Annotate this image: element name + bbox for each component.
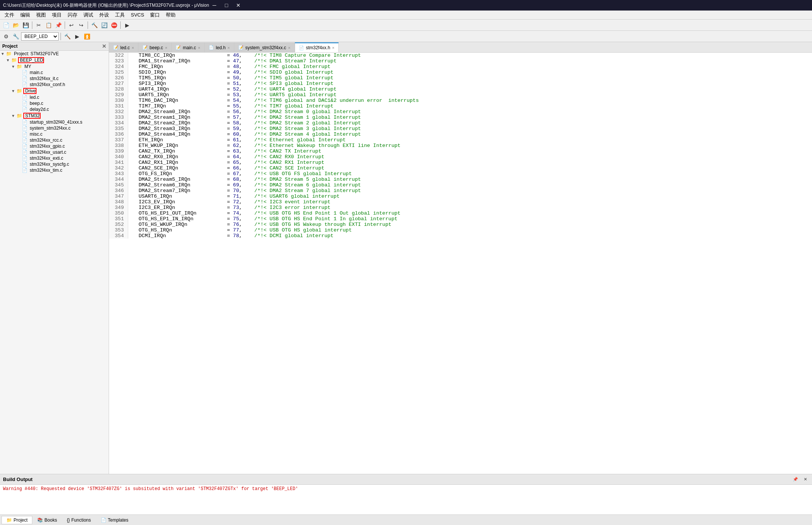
sidebar-item-8[interactable]: 📄beep.c: [0, 100, 109, 106]
tab-led_c[interactable]: 📝led.c×: [109, 42, 138, 52]
menu-item-闪存[interactable]: 闪存: [65, 11, 80, 19]
file-icon: 📄: [22, 95, 27, 100]
menu-item-外设[interactable]: 外设: [96, 11, 112, 19]
tab-close-0[interactable]: ×: [132, 45, 134, 50]
sidebar-close-button[interactable]: ✕: [102, 43, 106, 49]
table-row: 350 OTG_HS_EP1_OUT_IRQn = 74, /*!< USB O…: [109, 210, 812, 216]
paste-button[interactable]: 📌: [54, 21, 63, 30]
line-number: 329: [109, 92, 128, 98]
rebuild-button[interactable]: 🔄: [100, 21, 109, 30]
sidebar-item-4[interactable]: 📄stm32f4xx_it.c: [0, 76, 109, 82]
separator2: [65, 21, 65, 29]
sidebar-item-9[interactable]: 📄delay2d.c: [0, 106, 109, 112]
code-table: 322 TIM8_CC_IRQn = 46, /*!< TIM8 Capture…: [109, 53, 812, 239]
build-all-button[interactable]: ▶: [73, 32, 82, 41]
sidebar-item-17[interactable]: 📄stm32f4xx_exti.c: [0, 155, 109, 161]
tab-close-5[interactable]: ×: [332, 45, 334, 50]
build-output-close[interactable]: ✕: [801, 476, 809, 483]
tab-close-2[interactable]: ×: [198, 45, 200, 50]
code-content: DMA2_Stream3_IRQn = 59, /*!< DMA2 Stream…: [128, 126, 812, 132]
folder-icon: 📁: [17, 113, 22, 118]
bottom-tab-functions[interactable]: {} Functions: [62, 516, 96, 524]
line-number: 343: [109, 171, 128, 177]
tab-label-4: system_stm32f4xx.c: [245, 45, 286, 50]
sidebar-label-13: misc.c: [30, 132, 42, 137]
tab-close-3[interactable]: ×: [227, 45, 230, 50]
compile-button[interactable]: 🔨: [63, 32, 72, 41]
sidebar-item-19[interactable]: 📄stm32f4xx_tim.c: [0, 167, 109, 173]
undo-button[interactable]: ↩: [67, 21, 76, 30]
options-button[interactable]: 🔧: [11, 32, 20, 41]
table-row: 328 UART4_IRQn = 52, /*!< UART4 global I…: [109, 86, 812, 92]
table-row: 349 I2C3_ER_IRQn = 73, /*!< I2C3 error i…: [109, 205, 812, 210]
sidebar-item-6[interactable]: ▾📁Drive: [0, 88, 109, 94]
tab-close-1[interactable]: ×: [165, 45, 167, 50]
folder-icon: 📁: [6, 51, 12, 56]
sidebar-item-3[interactable]: 📄main.c: [0, 70, 109, 76]
stop-button[interactable]: ⛔: [109, 21, 118, 30]
sidebar-item-7[interactable]: 📄led.c: [0, 94, 109, 100]
line-number: 325: [109, 70, 128, 75]
table-row: 330 TIM6_DAC_IRQn = 54, /*!< TIM6 global…: [109, 98, 812, 103]
sidebar-item-5[interactable]: 📄stm32f4xx_conf.h: [0, 82, 109, 88]
sidebar-item-2[interactable]: ▾📁MY: [0, 64, 109, 70]
line-number: 334: [109, 120, 128, 126]
project-settings-button[interactable]: ⚙: [2, 32, 11, 41]
sidebar-item-0[interactable]: ▾📁Project: STM32F07VE: [0, 51, 109, 57]
sidebar-item-1[interactable]: ▾📁BEEP_LED: [0, 57, 109, 64]
menu-item-视图[interactable]: 视图: [33, 11, 49, 19]
sidebar-item-13[interactable]: 📄misc.c: [0, 131, 109, 137]
code-area[interactable]: 322 TIM8_CC_IRQn = 46, /*!< TIM8 Capture…: [109, 53, 812, 474]
tab-icon-3: 📄: [209, 45, 214, 50]
sidebar-item-11[interactable]: 📄startup_stm32f40_41xxx.s: [0, 119, 109, 125]
table-row: 326 TIM5_IRQn = 50, /*!< TIM5 global Int…: [109, 75, 812, 81]
tab-stm32f4xx_h[interactable]: 📄stm32f4xx.h×: [295, 42, 339, 52]
save-button[interactable]: 💾: [21, 21, 30, 30]
menu-item-帮助[interactable]: 帮助: [163, 11, 179, 19]
batch-build-button[interactable]: ⏫: [82, 32, 91, 41]
sidebar: Project ✕ ▾📁Project: STM32F07VE▾📁BEEP_LE…: [0, 42, 109, 474]
debug-button[interactable]: ▶: [123, 21, 132, 30]
sidebar-item-16[interactable]: 📄stm32f4xx_usart.c: [0, 149, 109, 155]
bottom-tab-books[interactable]: 📚 Books: [32, 516, 62, 524]
file-icon: 📄: [22, 156, 27, 161]
tab-close-4[interactable]: ×: [288, 45, 290, 50]
tab-system_stm32f4xx_c[interactable]: 📝system_stm32f4xx.c×: [234, 42, 295, 52]
build-output-pin[interactable]: 📌: [792, 476, 799, 483]
redo-button[interactable]: ↪: [77, 21, 86, 30]
menu-item-工具[interactable]: 工具: [112, 11, 128, 19]
maximize-button[interactable]: □: [221, 2, 232, 9]
bottom-tab-templates[interactable]: 📄 Templates: [96, 516, 133, 524]
code-content: DCMI_IRQn = 78, /*!< DCMI global interru…: [128, 233, 812, 239]
code-content: DMA1_Stream7_IRQn = 47, /*!< DMA1 Stream…: [128, 58, 812, 64]
sidebar-item-15[interactable]: 📄stm32f4xx_gpio.c: [0, 143, 109, 149]
cut-button[interactable]: ✂: [34, 21, 43, 30]
sidebar-item-14[interactable]: 📄stm32f4xx_rcc.c: [0, 137, 109, 143]
new-file-button[interactable]: 📄: [2, 21, 11, 30]
build-button[interactable]: 🔨: [90, 21, 99, 30]
minimize-button[interactable]: ─: [209, 2, 220, 9]
menu-item-窗口[interactable]: 窗口: [147, 11, 163, 19]
menu-item-调试[interactable]: 调试: [80, 11, 96, 19]
table-row: 324 FMC_IRQn = 48, /*!< FMC global Inter…: [109, 64, 812, 70]
sidebar-label-6: Drive: [25, 88, 36, 94]
menu-item-文件[interactable]: 文件: [2, 11, 17, 19]
copy-button[interactable]: 📋: [44, 21, 53, 30]
tab-beep_c[interactable]: 📝beep.c×: [138, 42, 171, 52]
menu-item-项目[interactable]: 项目: [49, 11, 65, 19]
tab-led_h[interactable]: 📄led.h×: [205, 42, 234, 52]
file-icon: 📄: [22, 150, 27, 155]
tab-label-5: stm32f4xx.h: [306, 45, 330, 50]
tab-main_c[interactable]: 📝main.c×: [171, 42, 205, 52]
close-button[interactable]: ✕: [233, 2, 244, 9]
menu-item-编辑[interactable]: 编辑: [17, 11, 33, 19]
bottom-tab-project[interactable]: 📁 Project: [2, 516, 32, 524]
sidebar-item-10[interactable]: ▾📁STM32: [0, 112, 109, 119]
sidebar-item-12[interactable]: 📄system_stm32f4xx.c: [0, 125, 109, 131]
line-number: 331: [109, 103, 128, 109]
menu-item-SVCS[interactable]: SVCS: [128, 11, 147, 18]
sidebar-item-18[interactable]: 📄stm32f4xx_syscfg.c: [0, 161, 109, 167]
open-button[interactable]: 📂: [11, 21, 20, 30]
target-selector[interactable]: BEEP_LED: [21, 32, 59, 41]
line-number: 346: [109, 188, 128, 194]
